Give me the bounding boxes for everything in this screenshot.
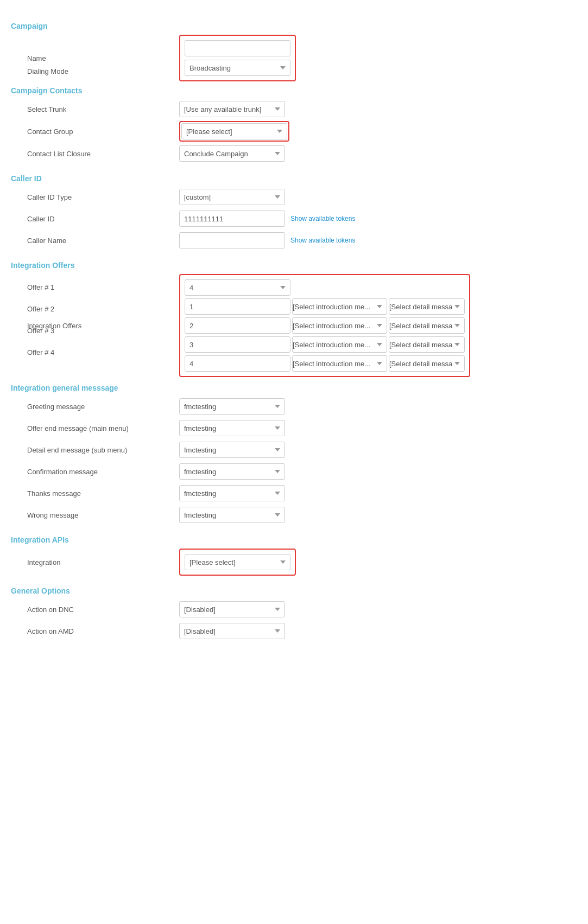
row-wrong-msg: Wrong message fmctesting bbox=[11, 505, 572, 525]
row-thanks-msg: Thanks message fmctesting bbox=[11, 483, 572, 503]
row-offer-end-msg: Offer end message (main menu) fmctesting bbox=[11, 418, 572, 438]
row-detail-end-msg: Detail end message (sub menu) fmctesting bbox=[11, 440, 572, 460]
input-offer-1[interactable] bbox=[185, 298, 290, 315]
input-offer-3[interactable] bbox=[185, 336, 290, 353]
select-dialing-mode[interactable]: Broadcasting Predictive Progressive Prev… bbox=[185, 60, 290, 76]
label-action-dnc: Action on DNC bbox=[11, 606, 179, 614]
input-offer-2[interactable] bbox=[185, 317, 290, 334]
offer-3-row: [Select introduction me... [Select detai… bbox=[185, 336, 465, 353]
label-offer-4: Offer # 4 bbox=[11, 348, 179, 356]
label-dialing-mode: Dialing Mode bbox=[11, 67, 179, 75]
label-offer-2: Offer # 2 bbox=[11, 305, 179, 313]
section-integration-apis: Integration APIs Integration [Please sel… bbox=[11, 536, 572, 576]
section-int-apis-title: Integration APIs bbox=[11, 536, 572, 544]
label-contact-list-closure: Contact List Closure bbox=[11, 150, 179, 158]
label-greeting-msg: Greeting message bbox=[11, 403, 179, 411]
label-detail-end-msg: Detail end message (sub menu) bbox=[11, 446, 179, 454]
section-campaign-contacts: Campaign Contacts Select Trunk [Use any … bbox=[11, 86, 572, 163]
section-campaign-title: Campaign bbox=[11, 22, 572, 30]
select-contact-list-closure[interactable]: Conclude Campaign bbox=[179, 145, 285, 162]
select-integration[interactable]: [Please select] bbox=[185, 554, 290, 570]
row-contact-group: Contact Group [Please select] bbox=[11, 121, 572, 142]
row-contact-list-closure: Contact List Closure Conclude Campaign bbox=[11, 144, 572, 163]
select-greeting-msg[interactable]: fmctesting bbox=[179, 398, 285, 415]
label-caller-id-type: Caller ID Type bbox=[11, 193, 179, 201]
label-offer-end-msg: Offer end message (main menu) bbox=[11, 424, 179, 432]
label-contact-group: Contact Group bbox=[11, 128, 179, 136]
section-int-offers-title: Integration Offers bbox=[11, 261, 572, 270]
campaign-top-red-box: Broadcasting Predictive Progressive Prev… bbox=[179, 35, 296, 81]
select-offer-3-intro[interactable]: [Select introduction me... bbox=[292, 336, 387, 353]
section-int-general-msg: Integration general messsage Greeting me… bbox=[11, 384, 572, 525]
link-show-tokens-caller-name[interactable]: Show available tokens bbox=[290, 237, 355, 244]
input-offer-4[interactable] bbox=[185, 355, 290, 372]
select-action-amd[interactable]: [Disabled] [Enabled] bbox=[179, 623, 285, 639]
select-wrong-msg[interactable]: fmctesting bbox=[179, 507, 285, 523]
label-action-amd: Action on AMD bbox=[11, 627, 179, 635]
section-general-options: General Options Action on DNC [Disabled]… bbox=[11, 587, 572, 641]
label-caller-id: Caller ID bbox=[11, 215, 179, 223]
section-caller-id-title: Caller ID bbox=[11, 174, 572, 183]
label-thanks-msg: Thanks message bbox=[11, 489, 179, 498]
section-caller-id: Caller ID Caller ID Type [custom] [rando… bbox=[11, 174, 572, 250]
row-caller-name: Caller Name Show available tokens bbox=[11, 231, 572, 250]
offer-2-row: [Select introduction me... [Select detai… bbox=[185, 317, 465, 334]
row-action-amd: Action on AMD [Disabled] [Enabled] bbox=[11, 621, 572, 641]
section-general-options-title: General Options bbox=[11, 587, 572, 595]
row-caller-id-type: Caller ID Type [custom] [random] [fixed] bbox=[11, 187, 572, 207]
label-confirmation-msg: Confirmation message bbox=[11, 468, 179, 476]
section-int-general-msg-title: Integration general messsage bbox=[11, 384, 572, 392]
select-offer-4-intro[interactable]: [Select introduction me... bbox=[292, 355, 387, 372]
section-campaign-wrapper: Campaign Name Broadcasting Predictive Pr… bbox=[11, 22, 572, 75]
row-caller-id: Caller ID Show available tokens bbox=[11, 209, 572, 228]
offer-4-row: [Select introduction me... [Select detai… bbox=[185, 355, 465, 372]
label-select-trunk: Select Trunk bbox=[11, 105, 179, 113]
row-action-dnc: Action on DNC [Disabled] [Enabled] bbox=[11, 600, 572, 619]
select-offer-end-msg[interactable]: fmctesting bbox=[179, 420, 285, 436]
label-wrong-msg: Wrong message bbox=[11, 511, 179, 519]
select-trunk[interactable]: [Use any available trunk] bbox=[179, 101, 285, 117]
section-contacts-title: Campaign Contacts bbox=[11, 86, 572, 95]
select-integration-offers-count[interactable]: 41235 bbox=[185, 279, 290, 296]
main-page: Campaign Name Broadcasting Predictive Pr… bbox=[0, 0, 588, 924]
input-caller-name[interactable] bbox=[179, 232, 285, 248]
section-integration-offers: Integration Offers Integration Offers 41… bbox=[11, 261, 572, 362]
row-greeting-msg: Greeting message fmctesting bbox=[11, 397, 572, 416]
offer-1-row: [Select introduction me... [Select detai… bbox=[185, 298, 465, 315]
row-integration: Integration [Please select] bbox=[11, 549, 572, 576]
select-confirmation-msg[interactable]: fmctesting bbox=[179, 463, 285, 480]
row-select-trunk: Select Trunk [Use any available trunk] bbox=[11, 99, 572, 119]
select-offer-1-detail[interactable]: [Select detail messa bbox=[389, 298, 465, 315]
row-confirmation-msg: Confirmation message fmctesting bbox=[11, 462, 572, 481]
select-caller-id-type[interactable]: [custom] [random] [fixed] bbox=[179, 189, 285, 205]
label-caller-name: Caller Name bbox=[11, 237, 179, 245]
select-offer-2-intro[interactable]: [Select introduction me... bbox=[292, 317, 387, 334]
input-caller-id[interactable] bbox=[179, 211, 285, 227]
link-show-tokens-caller-id[interactable]: Show available tokens bbox=[290, 215, 355, 222]
select-contact-group[interactable]: [Please select] bbox=[181, 123, 287, 139]
select-offer-2-detail[interactable]: [Select detail messa bbox=[389, 317, 465, 334]
select-offer-4-detail[interactable]: [Select detail messa bbox=[389, 355, 465, 372]
label-name: Name bbox=[11, 54, 179, 62]
select-offer-1-intro[interactable]: [Select introduction me... bbox=[292, 298, 387, 315]
select-detail-end-msg[interactable]: fmctesting bbox=[179, 442, 285, 458]
select-action-dnc[interactable]: [Disabled] [Enabled] bbox=[179, 601, 285, 617]
select-thanks-msg[interactable]: fmctesting bbox=[179, 485, 285, 501]
select-offer-3-detail[interactable]: [Select detail messa bbox=[389, 336, 465, 353]
label-integration: Integration bbox=[11, 558, 179, 566]
integration-offers-red-box: 41235 [Select introduction me... [Select… bbox=[179, 274, 470, 377]
label-offer-1: Offer # 1 bbox=[11, 283, 179, 291]
input-name[interactable] bbox=[185, 40, 290, 56]
label-offer-3: Offer # 3 bbox=[11, 327, 179, 335]
